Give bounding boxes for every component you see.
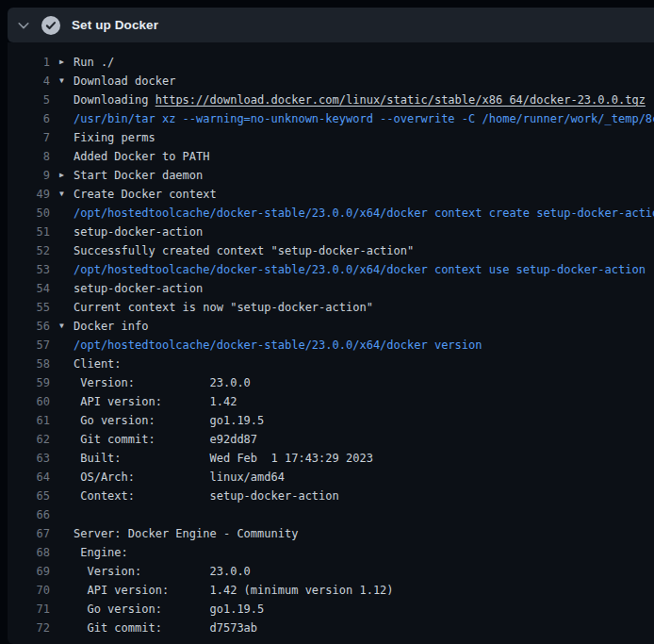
line-number[interactable]: 4	[8, 72, 50, 91]
log-text: Engine:	[74, 543, 654, 562]
line-number[interactable]: 56	[8, 317, 50, 336]
log-line: 68 Engine:	[8, 543, 654, 562]
line-number[interactable]: 51	[8, 223, 50, 241]
log-line: 55Current context is now "setup-docker-a…	[8, 298, 654, 317]
line-number[interactable]: 59	[8, 373, 50, 392]
log-line: 72 Git commit: d7573ab	[8, 619, 654, 637]
log-line: 61 Go version: go1.19.5	[8, 411, 654, 430]
log-text: Downloading https://download.docker.com/…	[74, 91, 654, 109]
log-line: 57/opt/hostedtoolcache/docker-stable/23.…	[8, 336, 654, 355]
log-text: setup-docker-action	[74, 223, 654, 241]
log-line: 70 API version: 1.42 (minimum version 1.…	[8, 581, 654, 600]
log-text: Added Docker to PATH	[74, 147, 654, 166]
line-number[interactable]: 57	[8, 336, 50, 355]
line-number[interactable]: 9	[8, 166, 50, 185]
line-number[interactable]: 72	[8, 619, 50, 637]
line-number[interactable]: 65	[8, 487, 50, 505]
group-collapsed-icon[interactable]: ▶	[50, 53, 74, 72]
download-url-link[interactable]: https://download.docker.com/linux/static…	[155, 93, 646, 107]
log-line: 6/usr/bin/tar xz --warning=no-unknown-ke…	[8, 109, 654, 128]
log-text: Successfully created context "setup-dock…	[74, 241, 654, 260]
log-text: Start Docker daemon	[74, 166, 654, 185]
log-group-row[interactable]: 9▶Start Docker daemon	[8, 166, 654, 185]
log-viewer: 1▶Run ./4▼Download docker5Downloading ht…	[8, 42, 654, 644]
check-circle-icon	[41, 16, 60, 35]
log-text: Server: Docker Engine - Community	[74, 524, 654, 543]
log-line: 58Client:	[8, 355, 654, 373]
line-number[interactable]: 1	[8, 53, 50, 72]
line-number[interactable]: 49	[8, 185, 50, 204]
log-text: Git commit: d7573ab	[74, 619, 654, 637]
log-line: 5Downloading https://download.docker.com…	[8, 91, 654, 109]
log-group-row[interactable]: 1▶Run ./	[8, 53, 654, 72]
log-line: 65 Context: setup-docker-action	[8, 487, 654, 505]
line-number[interactable]: 67	[8, 524, 50, 543]
log-text: Fixing perms	[74, 128, 654, 147]
line-number[interactable]: 61	[8, 411, 50, 430]
line-number[interactable]: 54	[8, 279, 50, 298]
log-group-row[interactable]: 4▼Download docker	[8, 72, 654, 91]
log-line: 59 Version: 23.0.0	[8, 373, 654, 392]
log-text: Current context is now "setup-docker-act…	[74, 298, 654, 317]
line-number[interactable]: 64	[8, 468, 50, 487]
line-number[interactable]: 66	[8, 505, 50, 524]
log-lines: 1▶Run ./4▼Download docker5Downloading ht…	[8, 53, 654, 637]
log-text: API version: 1.42	[74, 392, 654, 411]
log-text: Run ./	[74, 53, 654, 72]
line-number[interactable]: 52	[8, 241, 50, 260]
step-title: Set up Docker	[72, 18, 158, 32]
log-line: 66	[8, 505, 654, 524]
log-text: Go version: go1.19.5	[74, 600, 654, 619]
line-number[interactable]: 71	[8, 600, 50, 619]
line-number[interactable]: 58	[8, 355, 50, 373]
line-number[interactable]: 62	[8, 430, 50, 449]
log-text: Version: 23.0.0	[74, 562, 654, 581]
log-line: 53/opt/hostedtoolcache/docker-stable/23.…	[8, 260, 654, 279]
log-text: Go version: go1.19.5	[74, 411, 654, 430]
line-number[interactable]: 60	[8, 392, 50, 411]
line-number[interactable]: 53	[8, 260, 50, 279]
step-header[interactable]: Set up Docker	[8, 8, 654, 42]
chevron-down-icon[interactable]	[13, 15, 34, 36]
log-text: Create Docker context	[74, 185, 654, 204]
line-number[interactable]: 55	[8, 298, 50, 317]
line-number[interactable]: 70	[8, 581, 50, 600]
group-expanded-icon[interactable]: ▼	[50, 185, 74, 204]
log-line: 60 API version: 1.42	[8, 392, 654, 411]
log-line: 64 OS/Arch: linux/amd64	[8, 468, 654, 487]
group-expanded-icon[interactable]: ▼	[50, 317, 74, 336]
log-line: 71 Go version: go1.19.5	[8, 600, 654, 619]
log-text: API version: 1.42 (minimum version 1.12)	[74, 581, 654, 600]
line-number[interactable]: 6	[8, 109, 50, 128]
line-number[interactable]: 5	[8, 91, 50, 109]
line-number[interactable]: 50	[8, 204, 50, 223]
log-line: 67Server: Docker Engine - Community	[8, 524, 654, 543]
log-group-row[interactable]: 56▼Docker info	[8, 317, 654, 336]
log-line: 7Fixing perms	[8, 128, 654, 147]
log-text: /opt/hostedtoolcache/docker-stable/23.0.…	[74, 336, 654, 355]
line-number[interactable]: 68	[8, 543, 50, 562]
log-text: Built: Wed Feb 1 17:43:29 2023	[74, 449, 654, 468]
log-line: 54setup-docker-action	[8, 279, 654, 298]
log-text: /opt/hostedtoolcache/docker-stable/23.0.…	[74, 260, 654, 279]
log-text: Client:	[74, 355, 654, 373]
log-text: Download docker	[74, 72, 654, 91]
line-number[interactable]: 8	[8, 147, 50, 166]
log-text: OS/Arch: linux/amd64	[74, 468, 654, 487]
log-group-row[interactable]: 49▼Create Docker context	[8, 185, 654, 204]
log-text: Git commit: e92dd87	[74, 430, 654, 449]
log-line: 52Successfully created context "setup-do…	[8, 241, 654, 260]
log-text: Version: 23.0.0	[74, 373, 654, 392]
log-line: 69 Version: 23.0.0	[8, 562, 654, 581]
group-expanded-icon[interactable]: ▼	[50, 72, 74, 91]
line-number[interactable]: 7	[8, 128, 50, 147]
log-text: Docker info	[74, 317, 654, 336]
log-line: 51setup-docker-action	[8, 223, 654, 241]
log-text: setup-docker-action	[74, 279, 654, 298]
log-text: Context: setup-docker-action	[74, 487, 654, 505]
log-line: 50/opt/hostedtoolcache/docker-stable/23.…	[8, 204, 654, 223]
log-text: /opt/hostedtoolcache/docker-stable/23.0.…	[74, 204, 654, 223]
line-number[interactable]: 63	[8, 449, 50, 468]
line-number[interactable]: 69	[8, 562, 50, 581]
group-collapsed-icon[interactable]: ▶	[50, 166, 74, 185]
